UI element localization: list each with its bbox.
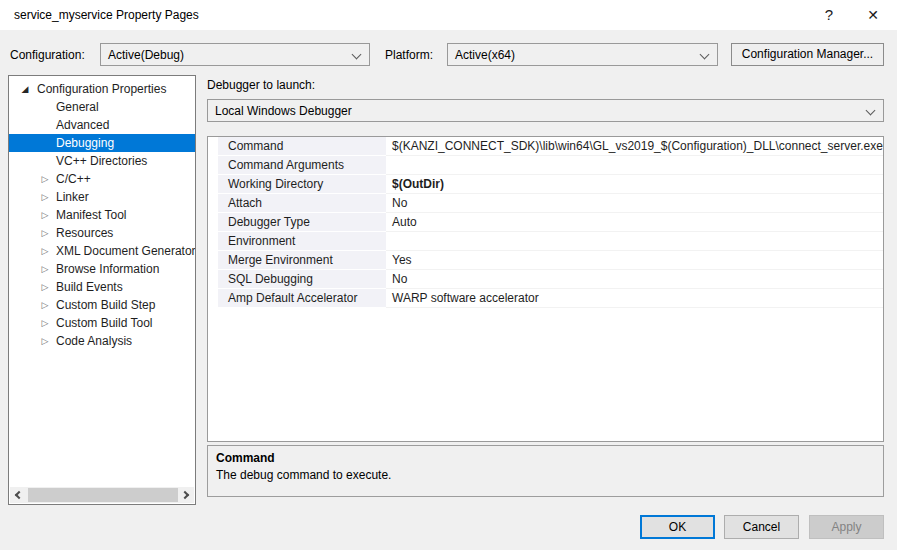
chevron-down-icon (866, 106, 876, 116)
tree-item-label: Code Analysis (56, 332, 132, 350)
property-value[interactable]: Auto (386, 213, 883, 232)
debugger-dropdown-value: Local Windows Debugger (215, 104, 352, 118)
tree-item-label: VC++ Directories (56, 152, 147, 170)
tree-item-label: Configuration Properties (37, 80, 166, 98)
property-pages-dialog: service_myservice Property Pages ? ✕ Con… (0, 0, 897, 550)
tree-item-advanced[interactable]: Advanced (9, 116, 195, 134)
tree-item-vc-directories[interactable]: VC++ Directories (9, 152, 195, 170)
property-name[interactable]: SQL Debugging (218, 270, 386, 289)
tree-item-code-analysis[interactable]: ▷Code Analysis (9, 332, 195, 350)
tree-item-label: Browse Information (56, 260, 159, 278)
tree-item-resources[interactable]: ▷Resources (9, 224, 195, 242)
tree-item-custom-build-tool[interactable]: ▷Custom Build Tool (9, 314, 195, 332)
expanded-arrow-icon[interactable]: ◢ (19, 80, 31, 98)
title-bar: service_myservice Property Pages ? ✕ (0, 0, 897, 30)
collapsed-arrow-icon[interactable]: ▷ (39, 224, 51, 242)
collapsed-arrow-icon[interactable]: ▷ (39, 314, 51, 332)
tree-item-manifest-tool[interactable]: ▷Manifest Tool (9, 206, 195, 224)
property-value[interactable]: $(KANZI_CONNECT_SDK)\lib\win64\GL_vs2019… (386, 137, 883, 156)
property-value[interactable] (386, 156, 883, 175)
collapsed-arrow-icon[interactable]: ▷ (39, 296, 51, 314)
tree-item-c-c-[interactable]: ▷C/C++ (9, 170, 195, 188)
property-row-merge-environment: Merge EnvironmentYes (208, 251, 883, 270)
property-row-attach: AttachNo (208, 194, 883, 213)
platform-dropdown[interactable]: Active(x64) (447, 43, 718, 66)
tree-item-label: Linker (56, 188, 89, 206)
collapsed-arrow-icon[interactable]: ▷ (39, 332, 51, 350)
property-value[interactable]: No (386, 194, 883, 213)
collapsed-arrow-icon[interactable]: ▷ (39, 206, 51, 224)
tree-item-debugging[interactable]: Debugging (9, 134, 195, 152)
collapsed-arrow-icon[interactable]: ▷ (39, 278, 51, 296)
property-row-command-arguments: Command Arguments (208, 156, 883, 175)
tree-item-label: Debugging (56, 134, 114, 152)
property-name[interactable]: Merge Environment (218, 251, 386, 270)
row-indent (208, 251, 218, 270)
row-indent (208, 289, 218, 308)
property-row-debugger-type: Debugger TypeAuto (208, 213, 883, 232)
platform-label: Platform: (385, 48, 433, 62)
window-title: service_myservice Property Pages (14, 8, 199, 22)
property-row-amp-default-accelerator: Amp Default AcceleratorWARP software acc… (208, 289, 883, 308)
property-row-command: Command$(KANZI_CONNECT_SDK)\lib\win64\GL… (208, 137, 883, 156)
configuration-label: Configuration: (10, 48, 85, 62)
property-value[interactable]: WARP software accelerator (386, 289, 883, 308)
configuration-manager-button[interactable]: Configuration Manager... (731, 43, 884, 66)
tree-item-xml-document-generator[interactable]: ▷XML Document Generator (9, 242, 195, 260)
property-description-box: Command The debug command to execute. (207, 445, 884, 497)
property-name[interactable]: Debugger Type (218, 213, 386, 232)
tree-item-custom-build-step[interactable]: ▷Custom Build Step (9, 296, 195, 314)
property-value[interactable]: $(OutDir) (386, 175, 883, 194)
collapsed-arrow-icon[interactable]: ▷ (39, 260, 51, 278)
row-indent (208, 270, 218, 289)
description-title: Command (216, 451, 875, 465)
configuration-dropdown-value: Active(Debug) (108, 48, 184, 62)
property-value[interactable]: No (386, 270, 883, 289)
help-icon[interactable]: ? (816, 2, 842, 28)
row-indent (208, 213, 218, 232)
tree-item-label: Custom Build Tool (56, 314, 153, 332)
tree-item-linker[interactable]: ▷Linker (9, 188, 195, 206)
property-name[interactable]: Environment (218, 232, 386, 251)
collapsed-arrow-icon[interactable]: ▷ (39, 188, 51, 206)
property-grid: Command$(KANZI_CONNECT_SDK)\lib\win64\GL… (207, 136, 884, 442)
property-name[interactable]: Command Arguments (218, 156, 386, 175)
chevron-down-icon (700, 50, 710, 60)
property-name[interactable]: Command (218, 137, 386, 156)
collapsed-arrow-icon[interactable]: ▷ (39, 170, 51, 188)
category-tree-panel: ◢Configuration PropertiesGeneralAdvanced… (8, 75, 196, 505)
tree-item-build-events[interactable]: ▷Build Events (9, 278, 195, 296)
scrollbar-thumb[interactable] (28, 488, 178, 502)
ok-button[interactable]: OK (640, 515, 715, 539)
tree-item-configuration-properties[interactable]: ◢Configuration Properties (9, 80, 195, 98)
property-name[interactable]: Amp Default Accelerator (218, 289, 386, 308)
property-row-sql-debugging: SQL DebuggingNo (208, 270, 883, 289)
tree-item-label: Resources (56, 224, 113, 242)
tree: ◢Configuration PropertiesGeneralAdvanced… (9, 80, 195, 350)
scroll-left-icon[interactable] (10, 487, 26, 503)
apply-button[interactable]: Apply (809, 515, 884, 539)
collapsed-arrow-icon[interactable]: ▷ (39, 242, 51, 260)
chevron-down-icon (352, 50, 362, 60)
tree-item-label: Manifest Tool (56, 206, 126, 224)
tree-horizontal-scrollbar[interactable] (10, 487, 194, 503)
platform-dropdown-value: Active(x64) (455, 48, 515, 62)
property-name[interactable]: Attach (218, 194, 386, 213)
tree-item-browse-information[interactable]: ▷Browse Information (9, 260, 195, 278)
cancel-button[interactable]: Cancel (724, 515, 799, 539)
row-indent (208, 194, 218, 213)
property-row-working-directory: Working Directory$(OutDir) (208, 175, 883, 194)
tree-item-label: General (56, 98, 99, 116)
property-name[interactable]: Working Directory (218, 175, 386, 194)
close-icon[interactable]: ✕ (858, 2, 888, 28)
tree-item-label: C/C++ (56, 170, 91, 188)
tree-item-general[interactable]: General (9, 98, 195, 116)
property-value[interactable] (386, 232, 883, 251)
debugger-dropdown[interactable]: Local Windows Debugger (207, 99, 884, 122)
scroll-right-icon[interactable] (178, 487, 194, 503)
property-row-environment: Environment (208, 232, 883, 251)
configuration-dropdown[interactable]: Active(Debug) (100, 43, 370, 66)
row-indent (208, 137, 218, 156)
property-value[interactable]: Yes (386, 251, 883, 270)
tree-item-label: Build Events (56, 278, 123, 296)
